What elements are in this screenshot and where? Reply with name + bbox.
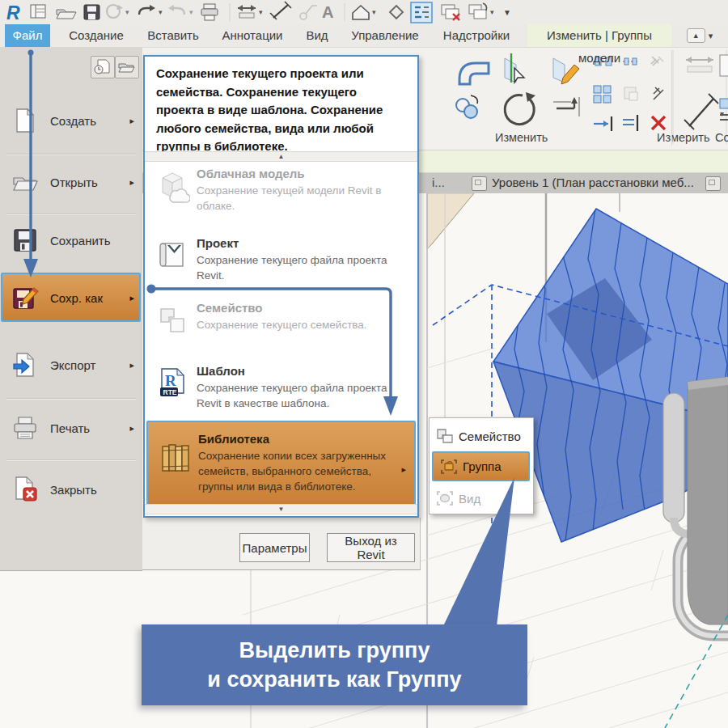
- print-icon: [201, 4, 218, 20]
- scale-icon: [624, 87, 637, 100]
- open-documents-icon: [116, 57, 137, 76]
- cloud-model-icon: [154, 168, 190, 204]
- sync-dropdown-icon: ▾: [125, 8, 129, 16]
- flyout-arrow-icon: ▸: [129, 360, 134, 370]
- view-tab-right-icon: [705, 176, 721, 191]
- measure-dropdown-icon: ▾: [259, 8, 263, 16]
- home-3d-icon: [353, 6, 369, 19]
- array-icon: [594, 86, 611, 103]
- file-menu-item-export[interactable]: Экспорт ▸: [0, 343, 142, 387]
- view-tab-title[interactable]: Уровень 1 (План расстановки меб...: [492, 176, 694, 189]
- open-documents-button[interactable]: [115, 56, 139, 78]
- tab-insert[interactable]: Вставить: [139, 24, 207, 47]
- file-menu-item-print[interactable]: Печать ▸: [0, 406, 142, 450]
- file-menu-footer: Параметры Выход из Revit: [142, 518, 421, 570]
- printer-icon: [11, 414, 39, 442]
- tab-file[interactable]: Файл: [5, 24, 50, 47]
- file-menu-item-open[interactable]: Открыть ▸: [0, 160, 142, 204]
- redo-dropdown-icon: ▾: [189, 8, 193, 16]
- view-tab-truncated[interactable]: i...: [432, 176, 445, 189]
- panel-label-create[interactable]: Со: [715, 131, 728, 144]
- panel-label-modify[interactable]: Изменить: [495, 131, 548, 144]
- project-icon: [154, 238, 190, 273]
- tab-annotate[interactable]: Аннотации: [214, 24, 291, 47]
- template-rte-icon: RRTE: [154, 366, 190, 401]
- qat-icons[interactable]: R ▾ ▾ ▾ ▾ A ▾ ▾ ▼: [0, 0, 550, 24]
- family-small-icon: [436, 428, 454, 444]
- file-menu-item-new[interactable]: Создать ▸: [0, 99, 142, 142]
- tab-addins[interactable]: Надстройки: [434, 24, 519, 47]
- flyout-arrow-icon: ▸: [129, 423, 134, 434]
- open-folder-icon: [11, 168, 39, 196]
- file-menu-item-save[interactable]: Сохранить: [0, 218, 142, 262]
- qat-customize-icon: ▼: [503, 8, 511, 17]
- move-icon: [553, 97, 579, 116]
- ribbon-collapse-button[interactable]: ▲▾: [683, 28, 717, 44]
- pin-icon: [654, 87, 663, 99]
- flyout-arrow-icon: ▸: [129, 293, 134, 303]
- library-books-icon: [158, 440, 193, 476]
- switch-dropdown-icon: ▾: [490, 8, 494, 16]
- text-icon: A: [322, 3, 333, 21]
- trim-multi-icon: [623, 115, 637, 131]
- switch-windows-icon: [469, 3, 487, 19]
- close-hidden-windows-icon: [442, 5, 459, 20]
- close-document-icon: [11, 476, 39, 503]
- submenu-scroll-down[interactable]: ▼: [145, 504, 417, 514]
- saveas-submenu: Сохранение текущего проекта или семейств…: [143, 55, 419, 518]
- view-small-icon: [436, 490, 454, 506]
- file-menu-item-close[interactable]: Закрыть: [0, 468, 142, 511]
- library-flyout-arrow-icon: ▸: [401, 464, 406, 475]
- svg-text:RTE: RTE: [163, 388, 177, 396]
- recent-documents-button[interactable]: [91, 56, 115, 78]
- group-small-icon: [440, 459, 458, 475]
- unpin-icon: [651, 57, 663, 66]
- family-icon: [154, 303, 190, 338]
- properties-icon: [31, 5, 45, 18]
- recent-documents-icon: [91, 57, 112, 76]
- offset-icon: [623, 58, 639, 65]
- save-icon: [84, 5, 99, 19]
- tab-manage[interactable]: Управление: [343, 24, 427, 47]
- file-menu-item-saveas[interactable]: Сохр. как ▸: [0, 276, 142, 320]
- home-dropdown-icon: ▾: [372, 8, 376, 16]
- undo-dropdown-icon: ▾: [159, 8, 163, 16]
- delete-icon: [652, 116, 665, 129]
- dimension-icon: [270, 2, 291, 19]
- exit-revit-button[interactable]: Выход из Revit: [327, 533, 415, 562]
- flyout-item-view[interactable]: Вид: [430, 485, 533, 512]
- redo-icon: [168, 5, 184, 15]
- svg-text:R: R: [165, 372, 176, 389]
- options-button[interactable]: Параметры: [239, 533, 310, 562]
- new-document-icon: [11, 107, 39, 134]
- flyout-arrow-icon: ▸: [129, 177, 134, 188]
- flyout-item-group[interactable]: Группа: [432, 451, 530, 481]
- callout-line-1: Выделить группу: [239, 636, 430, 665]
- tab-modify-groups-contextual[interactable]: Изменить | Группы модели: [527, 24, 671, 47]
- mirror-icon: [456, 95, 477, 118]
- library-flyout-menu: Семейство Группа Вид: [429, 417, 534, 514]
- flyout-arrow-icon: ▸: [129, 116, 134, 126]
- saveas-option-library[interactable]: Библиотека Сохранение копии всех загруже…: [146, 421, 416, 507]
- rotate-icon: [505, 92, 535, 125]
- submenu-scroll-up[interactable]: ▲: [145, 151, 417, 162]
- export-icon: [11, 351, 39, 379]
- measure-between-icon: [684, 94, 718, 129]
- section-icon: [390, 6, 403, 19]
- measure-ruler-icon: [686, 57, 713, 72]
- visibility-list-icon: [411, 2, 432, 23]
- saveas-tooltip-text: Сохранение текущего проекта или семейств…: [156, 65, 404, 156]
- floor-plan-icon: [472, 176, 487, 191]
- panel-label-measure[interactable]: Измерить: [657, 131, 709, 144]
- saveas-floppy-pencil-icon: [11, 284, 39, 311]
- split-element-icon: [505, 53, 524, 83]
- flyout-item-family[interactable]: Семейство: [430, 422, 533, 450]
- save-floppy-icon: [11, 226, 39, 254]
- tab-create[interactable]: Создание: [60, 24, 133, 47]
- tab-view[interactable]: Вид: [298, 24, 336, 47]
- open-icon: [57, 10, 76, 19]
- quick-access-toolbar: R ▾ ▾ ▾ ▾ A ▾ ▾ ▼: [0, 0, 728, 24]
- tag-icon: [300, 6, 317, 19]
- collapse-arrow-icon: ▲: [687, 28, 705, 43]
- revit-logo-icon: R: [6, 2, 20, 23]
